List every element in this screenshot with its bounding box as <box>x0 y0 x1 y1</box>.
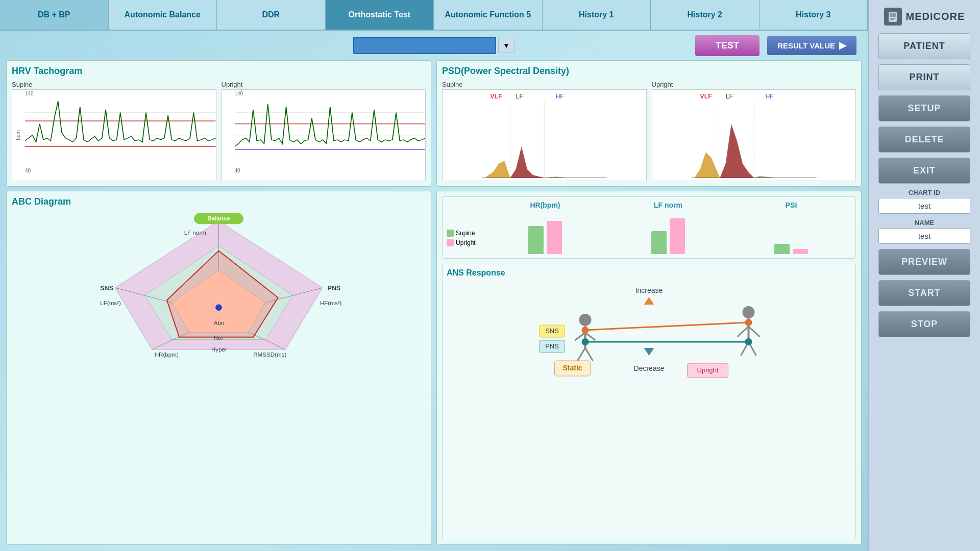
svg-text:Nor: Nor <box>214 334 224 341</box>
svg-text:Balance: Balance <box>207 215 230 221</box>
hrv-upright-label: Upright <box>222 81 426 88</box>
hrv-upright-chart: Upright <box>222 81 426 181</box>
psi-title: PSI <box>786 201 797 209</box>
tab-db-bp[interactable]: DB + BP <box>0 0 109 30</box>
name-label: NAME <box>878 219 970 227</box>
svg-text:Abn: Abn <box>214 319 225 326</box>
name-input[interactable] <box>878 228 970 244</box>
hrv-panel: HRV Tachogram Supine bpm <box>6 60 431 187</box>
result-value-label: RESULT VALUE <box>777 41 835 50</box>
metrics-section: Supine Upright HR(bpm) <box>442 196 856 259</box>
svg-point-37 <box>216 305 222 311</box>
supine-legend-label: Supine <box>456 230 475 237</box>
svg-rect-83 <box>890 19 894 20</box>
psd-upright-label: Upright <box>652 81 856 88</box>
tab-history3[interactable]: History 3 <box>760 0 868 30</box>
psd-supine-svg: VLF LF HF <box>443 90 646 181</box>
svg-text:HF: HF <box>556 93 564 100</box>
svg-text:SNS: SNS <box>545 327 559 335</box>
svg-text:HF(ms²): HF(ms²) <box>320 299 342 306</box>
svg-text:Upright: Upright <box>697 366 719 374</box>
bottom-row: ABC Diagram <box>6 191 862 545</box>
ans-diagram: Increase Decrease SNS PNS <box>447 282 851 384</box>
result-value-button[interactable]: RESULT VALUE ▶ <box>767 36 856 55</box>
ans-section: ANS Response Increase Decrease SNS <box>442 264 856 539</box>
tab-ddr[interactable]: DDR <box>217 0 326 30</box>
supine-color-swatch <box>447 230 454 237</box>
svg-point-75 <box>582 327 589 334</box>
svg-text:LF(ms²): LF(ms²) <box>100 299 121 306</box>
svg-marker-17 <box>510 146 545 178</box>
psd-title: PSD(Power Spectral Density) <box>442 66 856 77</box>
chart-id-input[interactable] <box>878 198 970 214</box>
psd-upright-svg: VLF LF HF <box>652 90 856 181</box>
svg-text:RMSSD(ms): RMSSD(ms) <box>253 351 286 358</box>
ans-svg: Increase Decrease SNS PNS <box>447 282 851 384</box>
patient-button[interactable]: PATIENT <box>878 33 970 59</box>
legend-upright: Upright <box>447 239 482 246</box>
hrv-upright-ymin: 40 <box>235 168 240 173</box>
svg-text:Decrease: Decrease <box>634 364 665 372</box>
svg-marker-26 <box>720 124 754 178</box>
setup-button[interactable]: SETUP <box>878 95 970 121</box>
stop-button[interactable]: STOP <box>878 311 970 337</box>
logo-icon <box>884 8 902 26</box>
svg-marker-51 <box>644 297 654 305</box>
lf-upright-bar <box>670 218 685 254</box>
hrv-title: HRV Tachogram <box>12 66 426 77</box>
svg-text:LF norm: LF norm <box>184 229 206 236</box>
hrv-supine-svg <box>25 90 216 181</box>
test-button[interactable]: TEST <box>695 35 760 56</box>
svg-text:VLF: VLF <box>700 93 712 100</box>
hrv-ymin-label: 40 <box>25 168 31 173</box>
psd-supine-chart: Supine VLF LF HF <box>442 81 647 181</box>
tab-history1[interactable]: History 1 <box>543 0 651 30</box>
svg-point-79 <box>745 338 752 345</box>
top-row: 2017-07-20 13:20 ▼ TEST RESULT VALUE ▶ <box>6 35 862 56</box>
lf-bars <box>651 213 685 254</box>
svg-point-68 <box>743 306 755 318</box>
svg-marker-16 <box>484 161 510 178</box>
abc-diagram-area: Balance SNS PNS LF norm HF(ms²) LF(ms²) <box>12 211 426 364</box>
medicore-logo: MEDICORE <box>876 8 972 26</box>
start-button[interactable]: START <box>878 280 970 306</box>
abc-panel: ABC Diagram <box>6 191 431 545</box>
svg-rect-81 <box>890 13 896 17</box>
svg-line-71 <box>749 327 760 337</box>
svg-line-67 <box>585 348 593 361</box>
hr-supine-bar <box>528 226 544 254</box>
ans-title: ANS Response <box>447 268 851 278</box>
tab-autonomic-function[interactable]: Autonomic Function 5 <box>434 0 543 30</box>
svg-text:Static: Static <box>562 364 582 372</box>
exit-button[interactable]: EXIT <box>878 158 970 184</box>
metric-hr: HR(bpm) <box>485 201 605 254</box>
svg-text:LF: LF <box>725 93 732 100</box>
preview-button[interactable]: PREVIEW <box>878 249 970 275</box>
hrv-supine-label: Supine <box>12 81 216 88</box>
legend-supine: Supine <box>447 230 482 237</box>
right-panel: Supine Upright HR(bpm) <box>436 191 862 545</box>
chart-id-field: CHART ID <box>878 189 970 214</box>
delete-button[interactable]: DELETE <box>878 127 970 153</box>
hrv-upright-svg <box>235 90 426 181</box>
psd-panel: PSD(Power Spectral Density) Supine VLF L… <box>436 60 862 187</box>
print-button[interactable]: PRINT <box>878 64 970 90</box>
date-input[interactable]: 2017-07-20 13:20 <box>353 37 496 54</box>
svg-text:SNS: SNS <box>100 285 113 292</box>
brand-name: MEDICORE <box>906 11 965 22</box>
metric-lf: LF norm <box>608 201 728 254</box>
psi-bars <box>774 213 808 254</box>
lf-title: LF norm <box>654 201 682 209</box>
tab-autonomic-balance[interactable]: Autonomic Balance <box>109 0 217 30</box>
sidebar: MEDICORE PATIENT PRINT SETUP DELETE EXIT… <box>868 0 980 551</box>
svg-text:PNS: PNS <box>545 342 559 350</box>
tab-orthostatic-test[interactable]: Orthostatic Test <box>326 0 434 30</box>
date-selector: 2017-07-20 13:20 ▼ <box>353 37 514 54</box>
abc-title: ABC Diagram <box>12 196 426 207</box>
hr-title: HR(bpm) <box>530 201 560 209</box>
date-dropdown-button[interactable]: ▼ <box>498 38 514 53</box>
svg-line-74 <box>585 322 749 330</box>
tab-history2[interactable]: History 2 <box>651 0 760 30</box>
hr-upright-bar <box>547 221 562 254</box>
svg-text:HR(bpm): HR(bpm) <box>155 351 179 358</box>
